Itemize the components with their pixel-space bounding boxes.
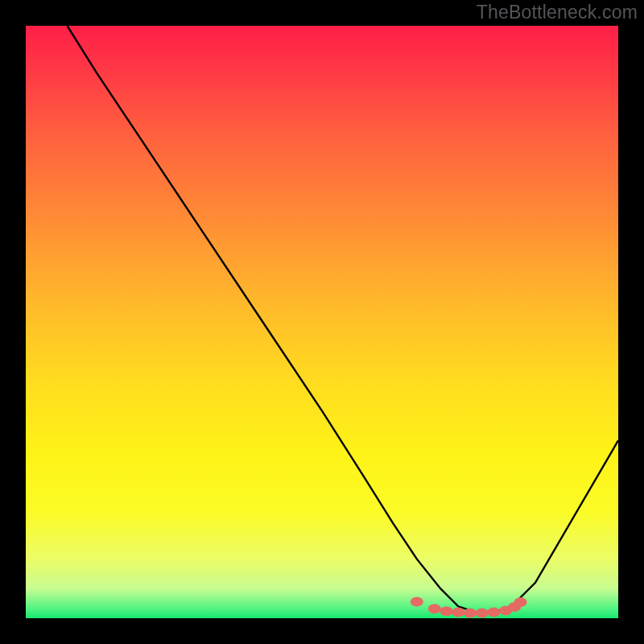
- optimal-dot: [487, 608, 500, 617]
- chart-frame: TheBottleneck.com: [0, 0, 644, 644]
- curve-overlay: [26, 26, 618, 618]
- optimal-dot: [440, 606, 453, 616]
- optimal-dot: [514, 597, 527, 607]
- watermark-text: TheBottleneck.com: [477, 2, 638, 23]
- optimal-dot: [428, 604, 441, 613]
- optimal-range-dots: [411, 597, 527, 617]
- plot-area: [26, 26, 618, 618]
- optimal-dot: [452, 608, 464, 617]
- optimal-dot: [464, 608, 477, 617]
- optimal-dot: [476, 608, 489, 617]
- optimal-dot: [411, 597, 423, 606]
- bottleneck-curve: [68, 26, 619, 613]
